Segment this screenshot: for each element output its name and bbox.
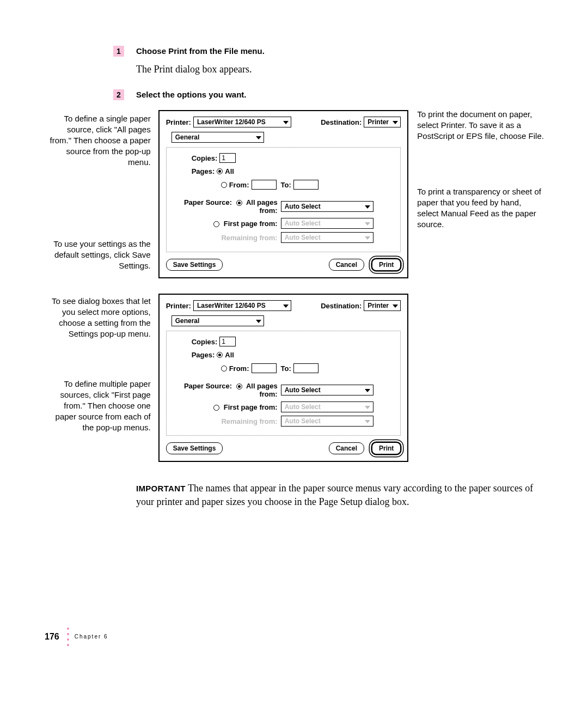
important-note: IMPORTANT The names that appear in the p… xyxy=(136,482,539,508)
settings-dropdown-2[interactable]: General xyxy=(171,315,264,326)
remaining-dropdown[interactable]: Auto Select xyxy=(281,232,373,243)
chapter-label: Chapter 6 xyxy=(75,634,108,640)
pages-from-field-2[interactable] xyxy=(252,363,277,373)
all-pages-dropdown-2[interactable]: Auto Select xyxy=(281,385,373,395)
printer-label: Printer: xyxy=(166,118,191,126)
page-footer: 176 Chapter 6 xyxy=(45,628,108,646)
first-page-label: First page from: xyxy=(172,220,281,228)
pages-to-field-2[interactable] xyxy=(293,363,318,373)
step-number-2: 2 xyxy=(113,89,124,100)
callout-all-pages: To define a single paper source, click "… xyxy=(44,113,151,168)
callout-first-page: To define multiple paper sources, click … xyxy=(44,379,151,433)
general-panel: Copies: 1 Pages: All From: To: xyxy=(166,147,401,252)
save-settings-button[interactable]: Save Settings xyxy=(166,259,223,271)
remaining-dropdown-2[interactable]: Auto Select xyxy=(281,416,373,427)
save-settings-button-2[interactable]: Save Settings xyxy=(166,442,223,454)
print-dialog-2: Printer: LaserWriter 12/640 PS Destinati… xyxy=(158,294,409,462)
paper-source-label: Paper Source: All pages from: xyxy=(172,198,281,215)
first-page-dropdown[interactable]: Auto Select xyxy=(281,218,373,229)
left-callouts-2: To see dialog boxes that let you select … xyxy=(44,294,158,462)
callout-manual-feed: To print a transparency or sheet of pape… xyxy=(417,186,544,230)
pages-all-radio[interactable] xyxy=(217,168,223,174)
step-number-1: 1 xyxy=(113,46,124,57)
pages-label: Pages: xyxy=(192,167,215,175)
cancel-button[interactable]: Cancel xyxy=(329,259,364,271)
destination-label: Destination: xyxy=(321,118,362,126)
first-page-radio-2[interactable] xyxy=(213,405,219,411)
print-button-2[interactable]: Print xyxy=(372,442,401,454)
destination-dropdown-2[interactable]: Printer xyxy=(364,300,401,311)
all-pages-radio[interactable] xyxy=(236,200,242,206)
remaining-label: Remaining from: xyxy=(172,234,281,242)
printer-dropdown[interactable]: LaserWriter 12/640 PS xyxy=(193,117,291,127)
step-2: 2 Select the options you want. xyxy=(113,89,544,100)
step-body-1: The Print dialog box appears. xyxy=(136,63,430,75)
left-callouts: To define a single paper source, click "… xyxy=(44,110,158,278)
pages-from-field[interactable] xyxy=(252,180,277,190)
copies-field-2[interactable]: 1 xyxy=(219,337,236,346)
right-callouts: To print the document on paper, select P… xyxy=(408,110,544,278)
step-title-2: Select the options you want. xyxy=(136,89,247,100)
first-page-dropdown-2[interactable]: Auto Select xyxy=(281,401,373,412)
all-pages-radio-2[interactable] xyxy=(236,384,242,389)
pages-to-field[interactable] xyxy=(293,180,318,190)
pages-from-radio-2[interactable] xyxy=(221,366,227,372)
destination-dropdown[interactable]: Printer xyxy=(364,117,401,127)
footer-dots-icon xyxy=(67,628,69,646)
first-page-radio[interactable] xyxy=(213,221,219,227)
step-1: 1 Choose Print from the File menu. xyxy=(113,46,544,57)
print-dialog-1: Printer: LaserWriter 12/640 PS Destinati… xyxy=(158,110,409,278)
print-button[interactable]: Print xyxy=(372,259,401,271)
cancel-button-2[interactable]: Cancel xyxy=(329,442,364,454)
printer-dropdown-2[interactable]: LaserWriter 12/640 PS xyxy=(193,300,291,311)
page-number: 176 xyxy=(45,632,59,642)
all-pages-dropdown[interactable]: Auto Select xyxy=(281,201,373,212)
callout-save-settings: To use your settings as the default sett… xyxy=(44,239,151,271)
pages-all-radio-2[interactable] xyxy=(217,352,223,358)
callout-settings-popup: To see dialog boxes that let you select … xyxy=(44,296,151,339)
copies-field[interactable]: 1 xyxy=(219,153,236,163)
callout-destination: To print the document on paper, select P… xyxy=(417,109,544,142)
step-title-1: Choose Print from the File menu. xyxy=(136,46,265,57)
pages-from-radio[interactable] xyxy=(221,182,227,188)
settings-dropdown[interactable]: General xyxy=(171,132,264,143)
copies-label: Copies: xyxy=(192,154,218,162)
